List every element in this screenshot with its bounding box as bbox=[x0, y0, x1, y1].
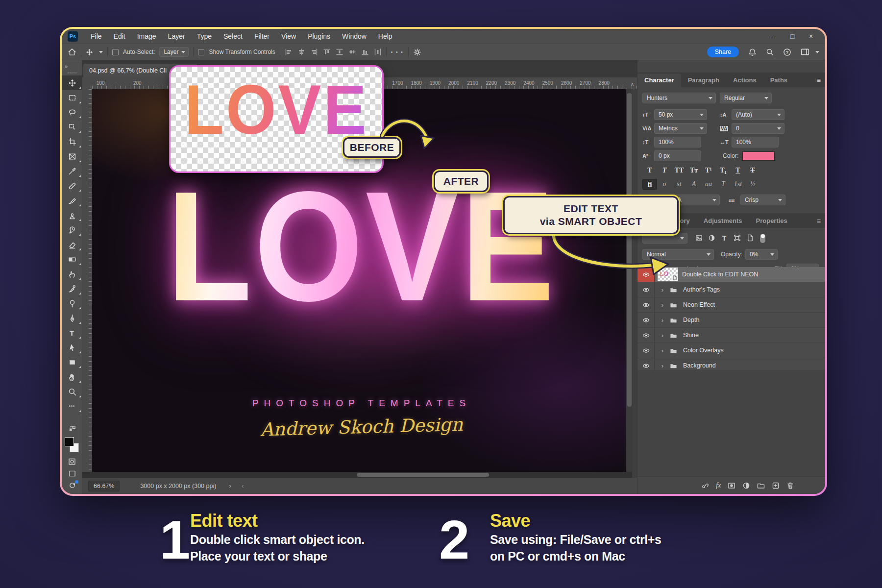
move-tool[interactable] bbox=[62, 75, 82, 90]
layer-filter-toggle[interactable] bbox=[760, 234, 765, 243]
layer-row[interactable]: › Author's Tags bbox=[637, 282, 825, 297]
vertical-scale-input[interactable]: 100% bbox=[654, 137, 701, 147]
horizontal-scrollbar-thumb[interactable] bbox=[357, 473, 489, 477]
new-layer-icon[interactable] bbox=[772, 482, 780, 490]
hand-tool[interactable] bbox=[62, 369, 82, 384]
align-top-edges-icon[interactable] bbox=[323, 48, 331, 56]
quick-mask-icon[interactable] bbox=[62, 456, 82, 467]
workspace-icon[interactable] bbox=[801, 48, 809, 56]
auto-select-checkbox[interactable] bbox=[112, 49, 119, 55]
swap-colors-icon[interactable] bbox=[62, 422, 82, 434]
type-layer-filter-icon[interactable]: T bbox=[718, 234, 731, 242]
object-selection-tool[interactable] bbox=[62, 120, 82, 134]
smart-object-filter-icon[interactable] bbox=[743, 234, 756, 242]
foreground-background-swatches[interactable] bbox=[65, 437, 79, 453]
layer-visibility-eye-icon[interactable] bbox=[637, 267, 655, 282]
scroll-left-icon[interactable]: ‹ bbox=[242, 483, 244, 490]
kerning-select[interactable]: Metrics bbox=[654, 123, 707, 134]
stylistic-alternates-button[interactable]: aa bbox=[701, 179, 716, 190]
layer-visibility-eye-icon[interactable] bbox=[637, 282, 655, 297]
minimize-button[interactable]: – bbox=[766, 32, 781, 40]
opacity-select[interactable]: 0% bbox=[745, 249, 778, 260]
adjustment-layer-icon[interactable] bbox=[742, 482, 750, 490]
move-tool-icon[interactable] bbox=[86, 49, 93, 56]
help-icon[interactable]: ? bbox=[783, 48, 791, 56]
layer-row[interactable]: › Shine bbox=[637, 328, 825, 343]
menu-file[interactable]: File bbox=[85, 29, 108, 44]
tab-properties[interactable]: Properties bbox=[749, 214, 794, 228]
menu-layer[interactable]: Layer bbox=[162, 29, 191, 44]
layer-name[interactable]: Shine bbox=[683, 332, 699, 339]
frame-tool[interactable] bbox=[62, 149, 82, 164]
blend-mode-select[interactable]: Normal bbox=[642, 249, 714, 260]
smart-object-thumbnail[interactable]: LO bbox=[658, 268, 678, 281]
all-caps-button[interactable]: TT bbox=[672, 166, 686, 175]
swash-button[interactable]: A bbox=[686, 179, 701, 190]
delete-layer-icon[interactable] bbox=[786, 482, 794, 490]
distribute-top-edges-icon[interactable] bbox=[336, 48, 343, 56]
menu-view[interactable]: View bbox=[275, 29, 302, 44]
font-size-select[interactable]: 50 px bbox=[654, 109, 707, 120]
vertical-scrollbar-thumb[interactable] bbox=[627, 93, 632, 407]
spot-healing-brush-tool[interactable] bbox=[62, 178, 82, 193]
toolbar-grip[interactable] bbox=[68, 72, 76, 74]
layer-visibility-eye-icon[interactable] bbox=[637, 313, 655, 327]
antialias-select[interactable]: Crisp bbox=[740, 195, 785, 205]
pixel-layer-filter-icon[interactable] bbox=[692, 234, 705, 242]
lasso-tool[interactable] bbox=[62, 105, 82, 120]
bell-icon[interactable] bbox=[748, 48, 757, 56]
search-icon[interactable] bbox=[766, 48, 774, 56]
baseline-shift-input[interactable]: 0 px bbox=[654, 150, 701, 161]
panel-menu-icon[interactable]: ≡ bbox=[817, 76, 821, 84]
text-color-swatch[interactable] bbox=[742, 151, 775, 161]
titling-alternates-button[interactable]: T bbox=[716, 179, 731, 190]
expand-group-icon[interactable]: › bbox=[658, 317, 667, 324]
menu-select[interactable]: Select bbox=[218, 29, 248, 44]
brush-tool[interactable] bbox=[62, 193, 82, 208]
layer-group-icon[interactable] bbox=[757, 482, 765, 490]
status-chevron-icon[interactable]: › bbox=[229, 483, 231, 490]
layer-name[interactable]: Background bbox=[683, 362, 716, 369]
home-icon[interactable] bbox=[68, 48, 76, 56]
history-brush-tool[interactable] bbox=[62, 222, 82, 237]
path-selection-tool[interactable] bbox=[62, 340, 82, 355]
pen-tool[interactable] bbox=[62, 311, 82, 325]
panel-menu-icon[interactable]: ≡ bbox=[817, 217, 821, 225]
zoom-level[interactable]: 66.67% bbox=[88, 481, 120, 491]
menu-plugins[interactable]: Plugins bbox=[302, 29, 336, 44]
leading-select[interactable]: (Auto) bbox=[732, 109, 784, 120]
expand-toolbar-icon[interactable]: » bbox=[62, 60, 82, 69]
adjustment-layer-filter-icon[interactable] bbox=[705, 234, 718, 242]
contextual-alternates-button[interactable]: σ bbox=[657, 179, 672, 190]
layer-row[interactable]: › Depth bbox=[637, 313, 825, 328]
small-caps-button[interactable]: Tᴛ bbox=[686, 166, 701, 175]
layer-name[interactable]: Depth bbox=[683, 317, 699, 323]
screen-mode-icon[interactable] bbox=[62, 467, 82, 479]
chevron-down-icon[interactable] bbox=[99, 51, 103, 53]
layer-effects-icon[interactable]: fx bbox=[716, 482, 721, 490]
smudge-tool[interactable] bbox=[62, 267, 82, 281]
type-tool[interactable]: T bbox=[62, 325, 82, 340]
edit-toolbar[interactable]: ••• bbox=[62, 399, 82, 414]
layer-mask-icon[interactable] bbox=[728, 482, 735, 490]
clone-stamp-tool[interactable] bbox=[62, 208, 82, 222]
discretionary-ligatures-button[interactable]: st bbox=[672, 179, 686, 190]
expand-group-icon[interactable]: › bbox=[658, 332, 667, 339]
expand-group-icon[interactable]: › bbox=[658, 301, 667, 309]
menu-edit[interactable]: Edit bbox=[108, 29, 131, 44]
eraser-tool[interactable] bbox=[62, 237, 82, 252]
layer-row[interactable]: LO Double Click to EDIT NEON bbox=[637, 267, 825, 282]
close-button[interactable]: × bbox=[804, 32, 818, 40]
layer-row[interactable]: › Color Overlays bbox=[637, 343, 825, 358]
foreground-color-swatch[interactable] bbox=[65, 437, 74, 446]
shape-layer-filter-icon[interactable] bbox=[731, 234, 743, 242]
tab-character[interactable]: Character bbox=[637, 74, 681, 87]
menu-image[interactable]: Image bbox=[131, 29, 162, 44]
layer-name[interactable]: Neon Effect bbox=[683, 301, 715, 308]
layer-row[interactable]: › Neon Effect bbox=[637, 297, 825, 313]
dodge-tool[interactable] bbox=[62, 296, 82, 311]
rotate-view-icon[interactable] bbox=[62, 479, 82, 491]
menu-window[interactable]: Window bbox=[336, 29, 372, 44]
align-left-edges-icon[interactable] bbox=[285, 48, 293, 56]
distribute-horizontal-icon[interactable] bbox=[374, 48, 382, 56]
